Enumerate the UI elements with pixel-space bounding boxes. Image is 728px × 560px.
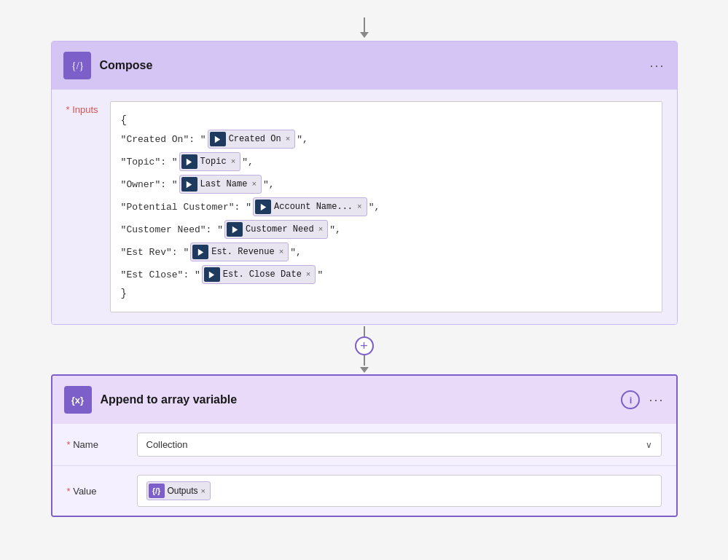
token-account-name[interactable]: Account Name... × [253, 197, 367, 216]
token-label-customer-need: Customer Need [246, 224, 314, 234]
token-icon-created-on [210, 132, 226, 146]
token-label-account-name: Account Name... [274, 202, 353, 212]
name-dropdown-icon: ∨ [646, 440, 652, 450]
value-field-row: * Value {/} Outputs × [52, 466, 676, 516]
compose-title: Compose [100, 59, 153, 72]
json-line-6: "Est Close": " Est. Close Date × " [121, 265, 651, 284]
append-header: {x} Append to array variable i ··· [52, 376, 676, 424]
svg-marker-3 [187, 181, 192, 187]
top-arrow [360, 17, 369, 38]
token-icon-topic [181, 154, 197, 169]
token-customer-need[interactable]: Customer Need × [224, 220, 328, 239]
value-token[interactable]: {/} Outputs × [146, 481, 211, 500]
info-button[interactable]: i [621, 390, 640, 409]
token-est-revenue[interactable]: Est. Revenue × [190, 242, 289, 261]
append-card: {x} Append to array variable i ··· * Nam… [51, 374, 678, 517]
token-label-topic: Topic [200, 157, 227, 167]
name-field-row: * Name Collection ∨ [52, 424, 676, 466]
token-remove-account-name[interactable]: × [357, 202, 362, 211]
token-icon-last-name [181, 177, 197, 192]
json-line-1: "Topic": " Topic × ", [121, 152, 651, 171]
token-est-close-date[interactable]: Est. Close Date × [202, 265, 316, 284]
svg-text:{/}: {/} [71, 60, 84, 71]
token-remove-last-name[interactable]: × [251, 180, 257, 189]
token-icon-account-name [255, 200, 271, 214]
value-token-remove[interactable]: × [201, 486, 206, 495]
token-created-on[interactable]: Created On × [208, 130, 296, 149]
add-step-button[interactable]: + [355, 336, 374, 355]
append-more-button[interactable]: ··· [649, 393, 664, 408]
token-icon-est-close-date [204, 267, 220, 282]
name-label: * Name [67, 439, 125, 450]
inputs-label: Inputs [66, 101, 98, 312]
json-line-4: "Customer Need": " Customer Need × ", [121, 220, 651, 239]
token-label-est-close-date: Est. Close Date [223, 269, 302, 280]
token-last-name[interactable]: Last Name × [179, 175, 262, 194]
compose-body: Inputs { "Created On": " Created On × [52, 90, 677, 324]
token-remove-est-close-date[interactable]: × [306, 270, 311, 279]
token-remove-customer-need[interactable]: × [318, 225, 324, 234]
value-input[interactable]: {/} Outputs × [137, 475, 662, 507]
value-label: * Value [67, 486, 125, 497]
flow-container: {/} Compose ··· Inputs { "Created On": " [51, 15, 678, 517]
token-label-last-name: Last Name [200, 179, 248, 189]
token-remove-created-on[interactable]: × [286, 135, 291, 143]
svg-marker-4 [260, 203, 265, 210]
svg-marker-7 [209, 271, 214, 277]
svg-marker-1 [215, 135, 220, 142]
append-icon: {x} [64, 386, 92, 414]
json-line-3: "Potential Customer": " Account Name... … [121, 197, 651, 216]
json-line-2: "Owner": " Last Name × ", [121, 175, 651, 194]
json-close-brace: } [121, 288, 651, 299]
json-open-brace: { [121, 114, 651, 126]
compose-card: {/} Compose ··· Inputs { "Created On": " [51, 41, 678, 325]
compose-more-button[interactable]: ··· [649, 58, 665, 74]
value-token-icon: {/} [149, 484, 165, 498]
token-remove-est-revenue[interactable]: × [279, 248, 284, 256]
name-input[interactable]: Collection ∨ [137, 433, 662, 457]
svg-marker-2 [187, 158, 192, 165]
token-label-est-revenue: Est. Revenue [211, 247, 274, 257]
token-icon-est-revenue [192, 245, 208, 259]
token-topic[interactable]: Topic × [179, 152, 241, 171]
compose-header: {/} Compose ··· [52, 42, 677, 90]
json-line-5: "Est Rev": " Est. Revenue × ", [121, 242, 651, 261]
append-body: * Name Collection ∨ * Value {/} [52, 424, 676, 516]
compose-icon: {/} [63, 52, 91, 79]
svg-marker-6 [198, 248, 203, 255]
json-editor[interactable]: { "Created On": " Created On × ", [110, 101, 662, 312]
name-value: Collection [146, 439, 188, 450]
json-line-0: "Created On": " Created On × ", [121, 130, 651, 149]
token-icon-customer-need [227, 222, 243, 237]
append-title: Append to array variable [101, 393, 238, 406]
token-label-created-on: Created On [229, 134, 281, 144]
token-remove-topic[interactable]: × [231, 157, 236, 166]
connector-plus: + [355, 326, 374, 373]
svg-marker-5 [232, 226, 237, 232]
value-token-label: Outputs [168, 486, 198, 496]
